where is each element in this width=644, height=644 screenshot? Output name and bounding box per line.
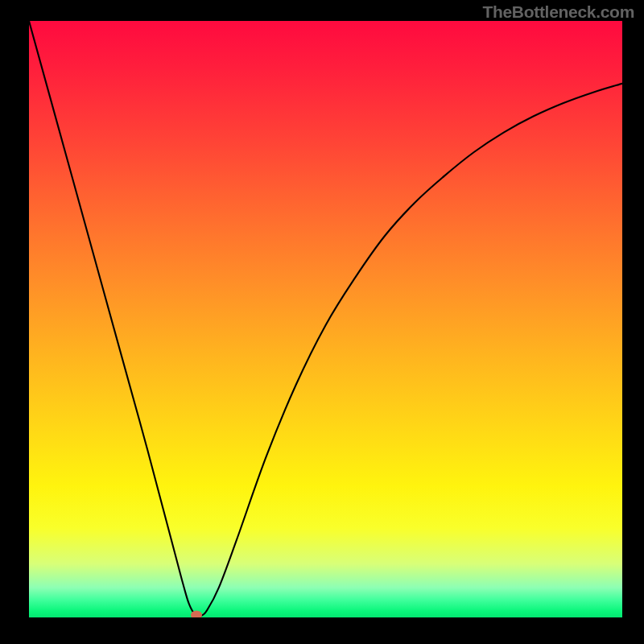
watermark-text: TheBottleneck.com <box>482 2 634 22</box>
plot-area <box>29 21 622 617</box>
chart-frame: TheBottleneck.com <box>0 0 644 644</box>
bottleneck-curve <box>29 21 622 617</box>
optimal-point-marker <box>191 611 202 617</box>
